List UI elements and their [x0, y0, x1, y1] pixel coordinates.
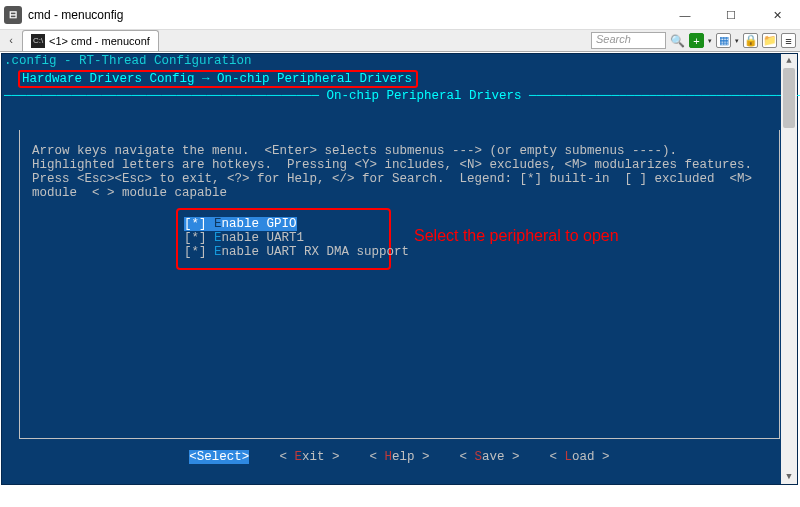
breadcrumb-second: On-chip Peripheral Drivers	[217, 72, 412, 86]
scrollbar-up-arrow[interactable]: ▲	[781, 54, 797, 68]
toolbar-right: Search 🔍 +▾ ▦▾ 🔒 📁 ≡	[591, 32, 796, 49]
scrollbar-down-arrow[interactable]: ▼	[781, 470, 797, 484]
scrollbar-vertical[interactable]: ▲ ▼	[781, 54, 797, 484]
action-buttons-row: <Select> < Exit > < Help > < Save > < Lo…	[2, 450, 797, 464]
search-input[interactable]: Search	[591, 32, 666, 49]
lock-icon[interactable]: 🔒	[743, 33, 758, 48]
new-tab-button[interactable]: +	[689, 33, 704, 48]
breadcrumb-first: Hardware Drivers Config	[22, 72, 195, 86]
maximize-button[interactable]: ☐	[708, 0, 754, 30]
chevron-left-icon[interactable]: ‹	[4, 34, 18, 48]
minimize-button[interactable]: —	[662, 0, 708, 30]
window-dropdown[interactable]: ▾	[735, 37, 739, 45]
app-icon: ⊟	[4, 6, 22, 24]
terminal-area: .config - RT-Thread Configuration Hardwa…	[1, 53, 798, 485]
annotation-text: Select the peripheral to open	[414, 229, 619, 243]
select-button[interactable]: <Select>	[189, 450, 249, 464]
folder-icon[interactable]: 📁	[762, 33, 777, 48]
menu-item-uart-dma[interactable]: [*] Enable UART RX DMA support	[184, 245, 383, 259]
tab-label: cmd - menuconf	[71, 35, 150, 47]
save-button[interactable]: < Save >	[460, 450, 520, 464]
menu-box-frame	[19, 130, 780, 439]
window-titlebar: ⊟ cmd - menuconfig — ☐ ✕	[0, 0, 800, 30]
menu-item-gpio[interactable]: [*] Enable GPIO	[184, 217, 297, 231]
help-button[interactable]: < Help >	[369, 450, 429, 464]
menu-item-uart1[interactable]: [*] Enable UART1	[184, 231, 383, 245]
scrollbar-thumb[interactable]	[783, 68, 795, 128]
close-button[interactable]: ✕	[754, 0, 800, 30]
window-controls: — ☐ ✕	[662, 0, 800, 30]
tab-cmd[interactable]: C:\ <1> cmd - menuconf	[22, 30, 159, 51]
tab-number: <1>	[49, 35, 68, 47]
breadcrumb-highlight: Hardware Drivers Config → On-chip Periph…	[18, 70, 418, 88]
menu-icon[interactable]: ≡	[781, 33, 796, 48]
new-tab-dropdown[interactable]: ▾	[708, 37, 712, 45]
exit-button[interactable]: < Exit >	[279, 450, 339, 464]
window-title: cmd - menuconfig	[28, 8, 123, 22]
window-icon[interactable]: ▦	[716, 33, 731, 48]
config-title-line: .config - RT-Thread Configuration	[4, 54, 795, 68]
menu-items-highlight: [*] Enable GPIO [*] Enable UART1 [*] Ena…	[176, 208, 391, 270]
search-icon[interactable]: 🔍	[670, 34, 685, 48]
menu-subtitle: ────────────────────────────────────────…	[4, 89, 795, 103]
subtitle-text: On-chip Peripheral Drivers	[327, 89, 522, 103]
load-button[interactable]: < Load >	[550, 450, 610, 464]
breadcrumb-arrow: →	[202, 72, 210, 86]
tab-bar: ‹ C:\ <1> cmd - menuconf Search 🔍 +▾ ▦▾ …	[0, 30, 800, 52]
cmd-icon: C:\	[31, 34, 45, 48]
